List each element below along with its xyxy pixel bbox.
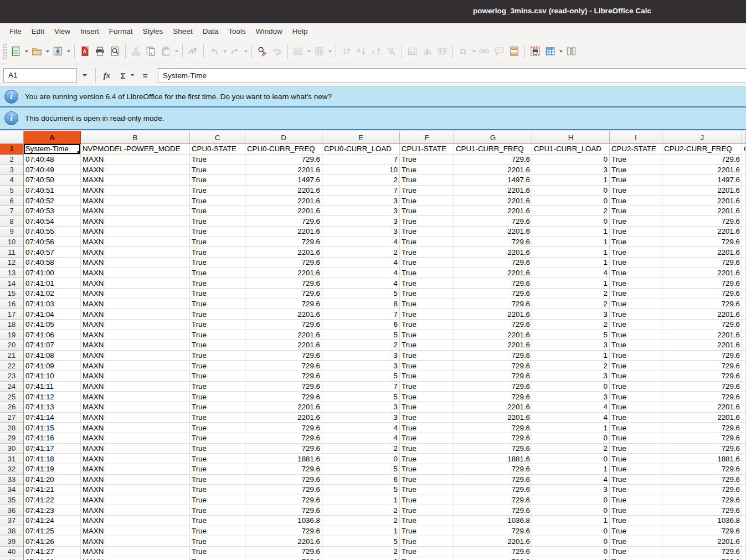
- cell-G2[interactable]: 729.6: [454, 155, 532, 165]
- cell-D1[interactable]: CPU0-CURR_FREQ: [245, 144, 322, 155]
- menu-help[interactable]: Help: [287, 25, 313, 38]
- freeze-panes-dropdown-icon[interactable]: [558, 42, 564, 61]
- cell-K27[interactable]: [742, 413, 746, 423]
- cell-C26[interactable]: True: [190, 402, 245, 413]
- cell-E12[interactable]: 4: [322, 258, 400, 268]
- cell-F2[interactable]: True: [400, 155, 454, 165]
- cell-D36[interactable]: 729.6: [245, 505, 322, 516]
- cell-K10[interactable]: [742, 237, 746, 248]
- cell-K26[interactable]: [742, 402, 746, 413]
- row-header-4[interactable]: 4: [0, 175, 24, 186]
- cell-B19[interactable]: MAXN: [81, 330, 190, 341]
- cell-K32[interactable]: [742, 464, 746, 475]
- cell-A31[interactable]: 07:41:18: [24, 454, 81, 464]
- cell-C18[interactable]: True: [190, 320, 245, 330]
- cell-H5[interactable]: 0: [532, 186, 610, 196]
- cell-F3[interactable]: True: [400, 165, 454, 175]
- cell-B2[interactable]: MAXN: [81, 155, 190, 165]
- cell-K38[interactable]: [742, 526, 746, 537]
- cell-A33[interactable]: 07:41:20: [24, 475, 81, 485]
- cell-I20[interactable]: True: [610, 340, 662, 351]
- cell-H38[interactable]: 0: [532, 526, 610, 537]
- menu-window[interactable]: Window: [251, 25, 287, 38]
- menu-view[interactable]: View: [49, 25, 75, 38]
- cell-D34[interactable]: 729.6: [245, 485, 322, 495]
- cell-I22[interactable]: True: [610, 361, 662, 371]
- column-header-G[interactable]: G: [454, 131, 532, 144]
- cell-H2[interactable]: 0: [532, 155, 610, 165]
- row-header-35[interactable]: 35: [0, 495, 24, 506]
- cell-K7[interactable]: [742, 206, 746, 217]
- cell-G37[interactable]: 1036.8: [454, 516, 532, 526]
- cell-A21[interactable]: 07:41:08: [24, 351, 81, 361]
- cell-D29[interactable]: 729.6: [245, 433, 322, 444]
- cell-G23[interactable]: 729.6: [454, 371, 532, 382]
- cell-H31[interactable]: 0: [532, 454, 610, 464]
- cell-F27[interactable]: True: [400, 413, 454, 423]
- cell-K25[interactable]: [742, 392, 746, 402]
- cell-J12[interactable]: 729.6: [662, 258, 742, 268]
- cell-H10[interactable]: 1: [532, 237, 610, 248]
- cell-A11[interactable]: 07:40:57: [24, 247, 81, 258]
- cell-D14[interactable]: 729.6: [245, 278, 322, 289]
- cell-D39[interactable]: 2201.6: [245, 536, 322, 547]
- cell-I19[interactable]: True: [610, 330, 662, 341]
- cell-F18[interactable]: True: [400, 320, 454, 330]
- cell-F26[interactable]: True: [400, 402, 454, 413]
- print-button[interactable]: [92, 42, 107, 61]
- row-header-12[interactable]: 12: [0, 258, 24, 268]
- cell-K28[interactable]: [742, 423, 746, 433]
- cell-D33[interactable]: 729.6: [245, 475, 322, 485]
- cell-J20[interactable]: 2201.6: [662, 340, 742, 351]
- export-pdf-button[interactable]: [78, 42, 92, 61]
- cell-J23[interactable]: 729.6: [662, 371, 742, 382]
- cell-K19[interactable]: [742, 330, 746, 341]
- cell-E34[interactable]: 5: [322, 485, 400, 495]
- row-header-36[interactable]: 36: [0, 505, 24, 516]
- cell-G26[interactable]: 2201.6: [454, 402, 532, 413]
- cell-K15[interactable]: [742, 289, 746, 299]
- cell-E29[interactable]: 4: [322, 433, 400, 444]
- cell-D41[interactable]: 729.6: [245, 557, 322, 560]
- cell-I29[interactable]: True: [610, 433, 662, 444]
- menu-file[interactable]: File: [4, 25, 27, 38]
- open-dropdown-icon[interactable]: [44, 42, 50, 61]
- cell-B28[interactable]: MAXN: [81, 423, 190, 433]
- cell-A40[interactable]: 07:41:27: [24, 547, 81, 557]
- cell-G35[interactable]: 729.6: [454, 495, 532, 506]
- cell-G27[interactable]: 2201.6: [454, 413, 532, 423]
- row-header-27[interactable]: 27: [0, 413, 24, 423]
- cell-B18[interactable]: MAXN: [81, 320, 190, 330]
- cell-C21[interactable]: True: [190, 351, 245, 361]
- cell-D38[interactable]: 729.6: [245, 526, 322, 537]
- cell-C3[interactable]: True: [190, 165, 245, 175]
- cell-A9[interactable]: 07:40:55: [24, 227, 81, 237]
- cell-C39[interactable]: True: [190, 536, 245, 547]
- cell-A24[interactable]: 07:41:11: [24, 382, 81, 392]
- cell-A25[interactable]: 07:41:12: [24, 392, 81, 402]
- cell-K9[interactable]: [742, 227, 746, 237]
- cell-I35[interactable]: True: [610, 495, 662, 506]
- cell-F7[interactable]: True: [400, 206, 454, 217]
- cell-D13[interactable]: 2201.6: [245, 268, 322, 279]
- cell-D32[interactable]: 729.6: [245, 464, 322, 475]
- row-header-28[interactable]: 28: [0, 423, 24, 433]
- cell-D17[interactable]: 2201.6: [245, 309, 322, 320]
- cell-C6[interactable]: True: [190, 196, 245, 206]
- cell-K29[interactable]: [742, 433, 746, 444]
- cell-D19[interactable]: 2201.6: [245, 330, 322, 341]
- row-header-39[interactable]: 39: [0, 536, 24, 547]
- formula-button[interactable]: =: [138, 68, 152, 83]
- cell-J24[interactable]: 729.6: [662, 382, 742, 392]
- cell-G14[interactable]: 729.6: [454, 278, 532, 289]
- row-header-22[interactable]: 22: [0, 361, 24, 371]
- cell-G12[interactable]: 729.6: [454, 258, 532, 268]
- cell-A12[interactable]: 07:40:58: [24, 258, 81, 268]
- cell-K21[interactable]: [742, 351, 746, 361]
- cell-K39[interactable]: [742, 536, 746, 547]
- cell-B32[interactable]: MAXN: [81, 464, 190, 475]
- cell-B12[interactable]: MAXN: [81, 258, 190, 268]
- cell-D5[interactable]: 2201.6: [245, 186, 322, 196]
- formula-input[interactable]: System-Time: [158, 68, 746, 83]
- cell-C1[interactable]: CPU0-STATE: [190, 144, 245, 155]
